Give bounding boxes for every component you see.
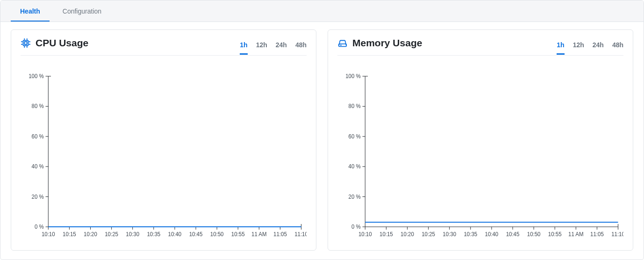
svg-text:11:05: 11:05 [273, 231, 287, 237]
memory-range-24h[interactable]: 24h [593, 38, 604, 55]
cpu-range-12h[interactable]: 12h [256, 38, 267, 55]
cpu-chart: 0 %20 %40 %60 %80 %100 %10:1010:1510:201… [21, 72, 307, 241]
svg-text:60 %: 60 % [349, 133, 361, 139]
svg-text:0 %: 0 % [351, 224, 361, 230]
svg-text:20 %: 20 % [32, 193, 44, 199]
cpu-range-48h[interactable]: 48h [295, 38, 307, 55]
svg-text:40 %: 40 % [32, 163, 44, 169]
svg-text:11 AM: 11 AM [251, 231, 267, 237]
cpu-card-title: CPU Usage [36, 37, 88, 49]
cpu-card-header: CPU Usage 1h 12h 24h 48h [21, 37, 307, 56]
svg-text:10:30: 10:30 [126, 231, 139, 237]
cpu-icon [21, 38, 31, 48]
tab-configuration[interactable]: Configuration [53, 1, 111, 22]
memory-usage-card: Memory Usage 1h 12h 24h 48h 0 %20 %40 %6… [328, 29, 633, 251]
svg-text:10:20: 10:20 [84, 231, 97, 237]
svg-text:10:15: 10:15 [63, 231, 76, 237]
svg-text:10:25: 10:25 [105, 231, 118, 237]
svg-text:11:05: 11:05 [590, 231, 604, 237]
memory-card-title: Memory Usage [352, 37, 422, 49]
tab-health[interactable]: Health [11, 1, 50, 22]
svg-rect-52 [339, 44, 347, 47]
svg-text:10:25: 10:25 [422, 231, 435, 237]
memory-chart: 0 %20 %40 %60 %80 %100 %10:1010:1510:201… [337, 72, 623, 241]
svg-text:100 %: 100 % [29, 73, 44, 79]
svg-text:10:45: 10:45 [506, 231, 520, 237]
svg-text:40 %: 40 % [349, 163, 361, 169]
svg-text:10:10: 10:10 [42, 231, 55, 237]
svg-text:10:40: 10:40 [485, 231, 499, 237]
svg-text:10:30: 10:30 [443, 231, 456, 237]
svg-text:11 AM: 11 AM [568, 231, 584, 237]
memory-range-12h[interactable]: 12h [573, 38, 584, 55]
svg-text:10:50: 10:50 [210, 231, 224, 237]
memory-card-header: Memory Usage 1h 12h 24h 48h [337, 37, 623, 56]
svg-text:10:35: 10:35 [464, 231, 477, 237]
svg-text:60 %: 60 % [32, 133, 44, 139]
cpu-range-1h[interactable]: 1h [240, 38, 247, 55]
svg-text:10:20: 10:20 [401, 231, 414, 237]
svg-text:10:40: 10:40 [168, 231, 182, 237]
svg-rect-0 [23, 41, 29, 46]
svg-text:0 %: 0 % [35, 224, 44, 230]
cpu-time-ranges: 1h 12h 24h 48h [240, 38, 307, 48]
svg-text:11:10: 11:10 [294, 231, 307, 237]
svg-text:100 %: 100 % [345, 73, 361, 79]
memory-range-1h[interactable]: 1h [557, 38, 564, 55]
svg-text:11:10: 11:10 [611, 231, 623, 237]
memory-time-ranges: 1h 12h 24h 48h [557, 38, 623, 48]
svg-text:10:55: 10:55 [231, 231, 245, 237]
svg-text:80 %: 80 % [349, 103, 361, 109]
svg-text:10:45: 10:45 [189, 231, 203, 237]
svg-text:80 %: 80 % [32, 103, 44, 109]
panels-row: CPU Usage 1h 12h 24h 48h 0 %20 %40 %60 %… [0, 22, 644, 258]
svg-text:10:15: 10:15 [379, 231, 393, 237]
memory-range-48h[interactable]: 48h [612, 38, 623, 55]
svg-rect-1 [24, 42, 27, 44]
tab-bar: Health Configuration [0, 0, 644, 22]
svg-text:10:35: 10:35 [147, 231, 160, 237]
svg-text:10:55: 10:55 [548, 231, 562, 237]
svg-text:20 %: 20 % [349, 193, 361, 199]
svg-text:10:50: 10:50 [527, 231, 541, 237]
svg-text:10:10: 10:10 [358, 231, 372, 237]
drive-icon [337, 38, 348, 48]
cpu-usage-card: CPU Usage 1h 12h 24h 48h 0 %20 %40 %60 %… [11, 29, 316, 251]
monitoring-panel: Health Configuration CPU Usage 1h 12h 24… [0, 0, 644, 260]
cpu-range-24h[interactable]: 24h [276, 38, 287, 55]
